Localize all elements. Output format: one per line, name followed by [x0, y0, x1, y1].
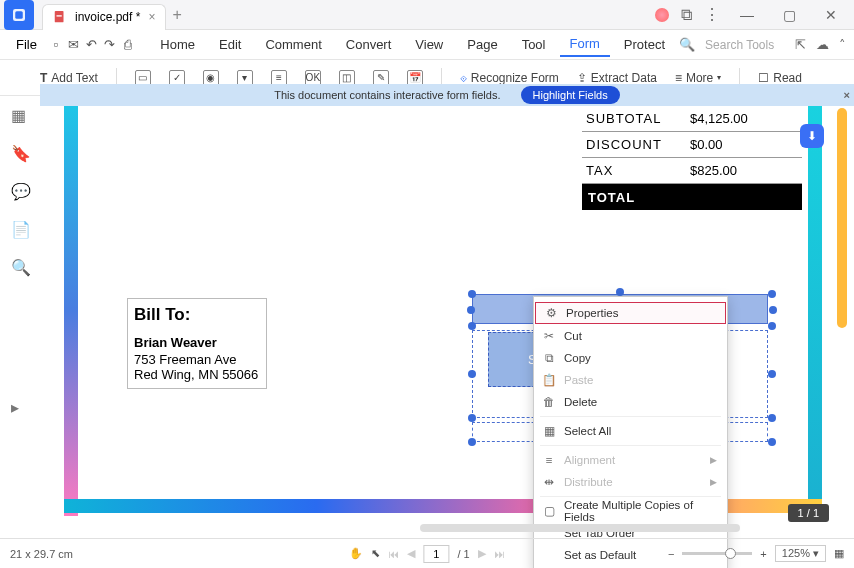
cm-create-copies[interactable]: ▢Create Multiple Copies of Fields	[534, 500, 727, 522]
copies-icon: ▢	[542, 504, 556, 518]
menu-form[interactable]: Form	[560, 32, 610, 57]
resize-handle[interactable]	[769, 306, 777, 314]
cm-distribute: ⇹Distribute▶	[534, 471, 727, 493]
external-icon[interactable]: ⇱	[795, 37, 806, 52]
expand-sidebar-icon[interactable]: ▸	[11, 398, 29, 416]
close-tab-icon[interactable]: ×	[148, 10, 155, 24]
horizontal-scrollbar[interactable]	[420, 524, 740, 532]
properties-icon: ⚙	[544, 306, 558, 320]
bill-to-name: Brian Weaver	[134, 335, 260, 350]
file-menu[interactable]: File	[8, 33, 45, 56]
ai-icon[interactable]	[655, 8, 669, 22]
kebab-icon[interactable]: ⋮	[704, 5, 720, 24]
resize-handle[interactable]	[768, 414, 776, 422]
document-tab[interactable]: invoice.pdf * ×	[42, 4, 166, 30]
resize-handle[interactable]	[468, 322, 476, 330]
fit-view-icon[interactable]: ▦	[834, 547, 844, 560]
save-icon[interactable]: ▫	[49, 34, 63, 56]
cm-delete[interactable]: 🗑Delete	[534, 391, 727, 413]
page-decoration	[64, 106, 78, 516]
minimize-button[interactable]: —	[732, 7, 762, 23]
svg-rect-1	[15, 11, 23, 19]
bookmarks-icon[interactable]: 🔖	[11, 144, 29, 162]
totals-label: SUBTOTAL	[582, 111, 682, 126]
cm-properties[interactable]: ⚙Properties	[535, 302, 726, 324]
page-decoration	[808, 106, 822, 516]
zoom-slider[interactable]	[682, 552, 752, 555]
left-sidebar: ▦ 🔖 💬 📄 🔍 ▸	[0, 96, 40, 536]
page-total: / 1	[457, 548, 469, 560]
first-page-icon[interactable]: ⏮	[388, 548, 399, 560]
svg-rect-3	[57, 15, 62, 16]
read-button[interactable]: ☐Read	[758, 71, 802, 85]
menu-page[interactable]: Page	[457, 33, 507, 56]
totals-value: $0.00	[682, 137, 802, 152]
thumbnails-icon[interactable]: ▦	[11, 106, 29, 124]
resize-handle[interactable]	[467, 306, 475, 314]
prev-page-icon[interactable]: ◀	[407, 547, 415, 560]
cm-cut[interactable]: ✂Cut	[534, 325, 727, 347]
resize-handle[interactable]	[616, 288, 624, 296]
menu-home[interactable]: Home	[150, 33, 205, 56]
vertical-scrollbar[interactable]	[837, 108, 849, 358]
recognize-form-button[interactable]: ⟐Recognize Form	[460, 71, 559, 85]
resize-handle[interactable]	[768, 370, 776, 378]
cm-select-all[interactable]: ▦Select All	[534, 420, 727, 442]
download-badge-icon[interactable]: ⬇	[800, 124, 824, 148]
menu-edit[interactable]: Edit	[209, 33, 251, 56]
distribute-icon: ⇹	[542, 475, 556, 489]
menu-view[interactable]: View	[405, 33, 453, 56]
share-icon[interactable]: ⧉	[681, 6, 692, 24]
zoom-out-icon[interactable]: −	[668, 548, 674, 560]
attachments-icon[interactable]: 📄	[11, 220, 29, 238]
totals-value: $4,125.00	[682, 111, 802, 126]
cm-alignment: ≡Alignment▶	[534, 449, 727, 471]
menu-protect[interactable]: Protect	[614, 33, 675, 56]
add-tab-button[interactable]: +	[172, 6, 181, 24]
next-page-icon[interactable]: ▶	[478, 547, 486, 560]
resize-handle[interactable]	[768, 438, 776, 446]
close-window-button[interactable]: ✕	[816, 7, 846, 23]
cm-paste: 📋Paste	[534, 369, 727, 391]
scrollbar-thumb[interactable]	[837, 108, 847, 328]
zoom-value[interactable]: 125% ▾	[775, 545, 826, 562]
zoom-in-icon[interactable]: +	[760, 548, 766, 560]
cloud-icon[interactable]: ☁	[816, 37, 829, 52]
hand-tool-icon[interactable]: ✋	[349, 547, 363, 560]
bill-to-box: Bill To: Brian Weaver 753 Freeman Ave Re…	[127, 298, 267, 389]
statusbar: 21 x 29.7 cm ✋ ⬉ ⏮ ◀ / 1 ▶ ⏭ − + 125% ▾ …	[0, 538, 854, 568]
extract-data-button[interactable]: ⇪Extract Data	[577, 71, 657, 85]
resize-handle[interactable]	[768, 290, 776, 298]
page-number-input[interactable]	[423, 545, 449, 563]
totals-value: $825.00	[682, 163, 802, 178]
menu-comment[interactable]: Comment	[255, 33, 331, 56]
more-button[interactable]: ≡More▾	[675, 71, 721, 85]
titlebar: invoice.pdf * × + ⧉ ⋮ — ▢ ✕	[0, 0, 854, 30]
comments-icon[interactable]: 💬	[11, 182, 29, 200]
collapse-icon[interactable]: ˄	[839, 37, 846, 52]
add-text-button[interactable]: TAdd Text	[40, 71, 98, 85]
resize-handle[interactable]	[468, 414, 476, 422]
resize-handle[interactable]	[468, 290, 476, 298]
undo-icon[interactable]: ↶	[85, 34, 99, 56]
total-label: TOTAL	[584, 190, 684, 205]
redo-icon[interactable]: ↷	[103, 34, 117, 56]
search-tools-input[interactable]	[705, 38, 785, 52]
mail-icon[interactable]: ✉	[67, 34, 81, 56]
cm-copy[interactable]: ⧉Copy	[534, 347, 727, 369]
print-icon[interactable]: ⎙	[121, 34, 135, 56]
resize-handle[interactable]	[768, 322, 776, 330]
menu-tool[interactable]: Tool	[512, 33, 556, 56]
zoom-thumb[interactable]	[725, 548, 736, 559]
search-panel-icon[interactable]: 🔍	[11, 258, 29, 276]
last-page-icon[interactable]: ⏭	[494, 548, 505, 560]
maximize-button[interactable]: ▢	[774, 7, 804, 23]
highlight-fields-button[interactable]: Highlight Fields	[521, 86, 620, 104]
form-fields-banner: This document contains interactive form …	[40, 84, 854, 106]
select-tool-icon[interactable]: ⬉	[371, 547, 380, 560]
resize-handle[interactable]	[468, 438, 476, 446]
menu-convert[interactable]: Convert	[336, 33, 402, 56]
resize-handle[interactable]	[468, 370, 476, 378]
page-indicator: 1 / 1	[788, 504, 829, 522]
banner-close-icon[interactable]: ×	[844, 89, 850, 101]
